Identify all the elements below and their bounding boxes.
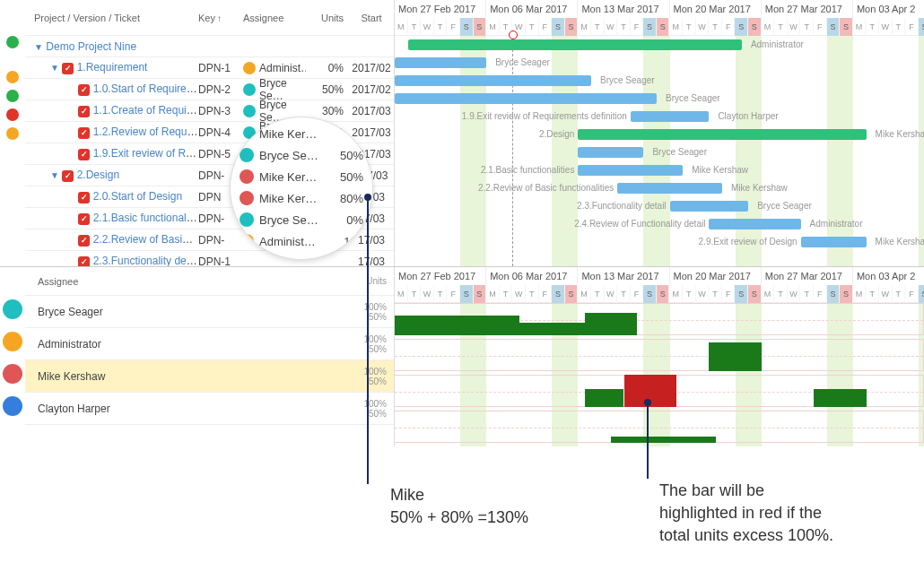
- status-dot: [6, 71, 19, 83]
- resource-units-ticks: 100%50%: [349, 334, 394, 354]
- timeline-day-label: S: [552, 18, 565, 36]
- task-label[interactable]: 1.9.Exit review of Requi…: [93, 147, 198, 160]
- task-row[interactable]: ▼ ✓ 1.0.Start of Requireme…DPN-2Bryce Se…: [25, 79, 394, 100]
- timeline-day-label: W: [879, 285, 893, 303]
- task-row[interactable]: ▼ ✓ 2.3.Functionality detailDPN-117/03: [25, 251, 394, 266]
- annotation-text-1: Mike 50% + 80% =130%: [390, 484, 528, 529]
- task-row[interactable]: ▼ Demo Project Nine: [25, 36, 394, 57]
- col-header-assignee[interactable]: Assignee: [25, 276, 349, 287]
- resource-row[interactable]: Administrator100%50%: [25, 328, 394, 360]
- utilization-bar[interactable]: [709, 342, 761, 371]
- gantt-bar-label: Mike Kershaw: [692, 165, 748, 175]
- utilization-bar[interactable]: [519, 323, 585, 335]
- gantt-bar[interactable]: [709, 219, 800, 229]
- timeline-day-label: S: [735, 285, 748, 303]
- resource-row[interactable]: Clayton Harper100%50%: [25, 393, 394, 425]
- timeline-day-label: F: [539, 18, 553, 36]
- today-marker: [512, 36, 513, 266]
- gantt-bar[interactable]: [617, 183, 722, 194]
- task-label[interactable]: 2.2.Review of Basic fun…: [93, 233, 198, 246]
- gantt-bar[interactable]: [670, 201, 749, 212]
- gantt-bar[interactable]: [395, 75, 591, 86]
- resource-timeline[interactable]: Mon 27 Feb 2017Mon 06 Mar 2017Mon 13 Mar…: [395, 267, 924, 446]
- status-dot: [6, 108, 19, 121]
- avatar-icon: [3, 332, 22, 351]
- avatar-icon: [243, 83, 256, 96]
- timeline-day-label: S: [643, 18, 657, 36]
- col-header-key[interactable]: Key↑: [198, 13, 243, 23]
- lens-row: Bryce Se…50%: [240, 144, 363, 166]
- collapse-icon[interactable]: ▼: [50, 63, 59, 73]
- timeline-day-label: M: [578, 18, 591, 36]
- gantt-bar[interactable]: [395, 93, 657, 104]
- task-label[interactable]: 1.1.Create of Requirem…: [93, 104, 198, 117]
- resource-row[interactable]: Bryce Seager100%50%: [25, 296, 394, 328]
- timeline-day-label: T: [526, 285, 539, 303]
- gantt-bar[interactable]: [578, 165, 683, 176]
- ticket-type-icon: ✓: [78, 256, 90, 266]
- timeline-day-label: S: [565, 285, 579, 303]
- resource-units-ticks: 100%50%: [349, 302, 394, 322]
- magnifier-lens: Mike Ker…0Bryce Se…50%Mike Ker…50%Mike K…: [230, 117, 373, 260]
- col-header-name[interactable]: Project / Version / Ticket: [25, 13, 198, 23]
- task-start: 17/03: [349, 255, 394, 267]
- resource-units-ticks: 100%50%: [349, 367, 394, 386]
- gantt-bar-label: Mike Kershaw: [731, 183, 788, 193]
- status-dot: [6, 127, 19, 140]
- task-key: DPN-1: [198, 62, 243, 74]
- timeline-day-label: S: [474, 285, 487, 303]
- gantt-bar[interactable]: [631, 111, 710, 122]
- task-label[interactable]: 2.Design: [77, 169, 119, 181]
- ticket-type-icon: ✓: [78, 213, 90, 225]
- task-label[interactable]: 1.0.Start of Requireme…: [93, 82, 198, 95]
- gantt-bar[interactable]: [578, 147, 643, 158]
- gantt-bar-label: Bryce Seager: [652, 147, 707, 157]
- gantt-bar-label: Bryce Seager: [666, 93, 720, 103]
- timeline-week-label: Mon 03 Apr 2: [853, 267, 924, 285]
- status-dot: [6, 36, 19, 48]
- timeline-day-label: T: [683, 285, 696, 303]
- timeline-day-label: S: [474, 18, 487, 36]
- utilization-bar[interactable]: [814, 389, 866, 407]
- collapse-icon[interactable]: ▼: [50, 170, 59, 180]
- annotation-text-2: The bar will be highlighted in red if th…: [659, 480, 911, 548]
- gantt-bar-label: Mike Kershaw: [876, 237, 924, 247]
- annotation-line: [647, 403, 649, 479]
- col-header-assignee[interactable]: Assignee: [243, 13, 306, 23]
- col-header-units[interactable]: Units: [306, 13, 349, 23]
- task-row[interactable]: ▼ ✓ 1.1.Create of Requirem…DPN-3Bryce Se…: [25, 100, 394, 122]
- timeline-week-label: Mon 20 Mar 2017: [670, 0, 762, 18]
- timeline-day-label: T: [800, 18, 814, 36]
- ticket-type-icon: ✓: [78, 127, 90, 139]
- utilization-bar[interactable]: [585, 313, 637, 335]
- timeline-day-label: T: [408, 18, 422, 36]
- col-header-start[interactable]: Start: [349, 13, 394, 23]
- col-header-units[interactable]: Units: [349, 276, 394, 286]
- gantt-bar-label: Administrator: [810, 219, 863, 229]
- utilization-bar[interactable]: [395, 316, 519, 335]
- resource-row[interactable]: Mike Kershaw100%50%: [25, 360, 394, 393]
- gantt-bar[interactable]: [801, 237, 867, 247]
- gantt-bar[interactable]: [578, 129, 866, 140]
- utilization-bar[interactable]: [611, 437, 716, 443]
- task-label[interactable]: Demo Project Nine: [46, 40, 136, 53]
- gantt-bar[interactable]: [408, 39, 742, 50]
- gantt-bar[interactable]: [395, 57, 486, 68]
- timeline-day-label: S: [735, 18, 748, 36]
- gantt-timeline[interactable]: Mon 27 Feb 2017Mon 06 Mar 2017Mon 13 Mar…: [395, 0, 924, 266]
- collapse-icon[interactable]: ▼: [34, 42, 43, 52]
- task-label[interactable]: 2.3.Functionality detail: [93, 255, 198, 266]
- lens-row: Mike Ker…80%: [240, 187, 363, 209]
- status-dot: [6, 90, 19, 102]
- utilization-bar[interactable]: [585, 389, 624, 407]
- avatar-icon: [243, 62, 256, 74]
- task-row[interactable]: ▼ ✓ 1.RequirementDPN-1Administ…0%2017/02: [25, 57, 394, 79]
- gantt-bar-label: Administrator: [751, 39, 804, 49]
- task-label[interactable]: 2.0.Start of Design: [93, 190, 182, 203]
- task-label[interactable]: 1.Requirement: [77, 61, 148, 74]
- gantt-bar-prelabel: 2.2.Review of Basic functionalities: [478, 183, 614, 193]
- task-label[interactable]: 2.1.Basic functionalities: [93, 212, 198, 224]
- task-label[interactable]: 1.2.Review of Requirem…: [93, 126, 198, 138]
- timeline-day-label: M: [762, 18, 775, 36]
- timeline-day-label: F: [905, 18, 919, 36]
